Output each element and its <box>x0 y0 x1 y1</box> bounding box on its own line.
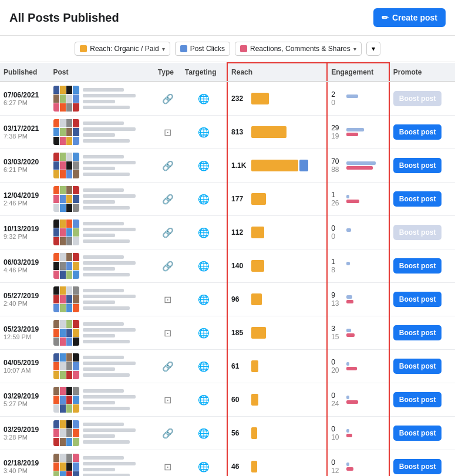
cell-promote[interactable]: Boost post <box>389 149 455 183</box>
engagement-bottom: 0 <box>331 232 344 241</box>
post-thumbnail <box>53 86 79 112</box>
published-time: 12:59 PM <box>4 333 46 340</box>
engagement-numbers: 0 10 <box>331 425 344 441</box>
post-thumbnail <box>53 186 79 212</box>
public-icon: 🌐 <box>198 462 210 472</box>
post-cell-inner <box>53 387 151 413</box>
reach-bar-organic <box>251 293 262 305</box>
post-thumbnail <box>53 387 79 413</box>
post-thumbnail <box>53 420 79 446</box>
reach-cell-inner: 1.1K <box>231 160 323 171</box>
cell-reach: 60 <box>227 383 327 417</box>
post-line <box>83 301 115 304</box>
post-line <box>83 267 115 271</box>
post-line <box>83 161 136 164</box>
post-line <box>83 362 136 365</box>
link-icon: 🔗 <box>162 362 174 372</box>
boost-post-button: Boost post <box>393 91 442 106</box>
table-row: 03/29/20195:27 PM⊡🌐 60 0 24 Boost post <box>0 383 455 417</box>
cell-promote[interactable]: Boost post <box>389 417 455 450</box>
reach-number: 1.1K <box>231 161 249 170</box>
album-icon: ⊡ <box>164 395 171 405</box>
reach-bar-wrap <box>251 93 269 104</box>
album-icon: ⊡ <box>164 462 171 472</box>
cell-engagement: 0 0 <box>327 216 389 249</box>
cell-type: ⊡ <box>154 450 181 477</box>
reach-filter-chip[interactable]: Reach: Organic / Paid ▾ <box>75 42 170 56</box>
engagement-bars <box>346 161 376 170</box>
cell-promote[interactable]: Boost post <box>389 82 455 116</box>
post-line <box>83 228 136 231</box>
cell-promote[interactable]: Boost post <box>389 116 455 149</box>
post-line <box>83 462 136 465</box>
reach-number: 61 <box>231 362 249 370</box>
cell-reach: 232 <box>227 82 327 116</box>
reach-cell-inner: 177 <box>231 193 323 205</box>
create-post-button[interactable]: Create post <box>373 8 446 27</box>
cell-promote[interactable]: Boost post <box>389 316 455 350</box>
post-line <box>83 206 130 210</box>
reactions-filter-chip[interactable]: Reactions, Comments & Shares ▾ <box>235 42 362 56</box>
boost-post-button[interactable]: Boost post <box>393 191 442 207</box>
cell-post <box>50 383 154 417</box>
cell-promote[interactable]: Boost post <box>389 249 455 283</box>
engagement-top: 0 <box>331 425 344 433</box>
post-cell-inner <box>53 286 151 312</box>
post-cell-inner <box>53 420 151 446</box>
cell-promote[interactable]: Boost post <box>389 450 455 477</box>
engagement-bars <box>346 396 358 404</box>
post-thumbnail <box>53 320 79 346</box>
cell-promote[interactable]: Boost post <box>389 183 455 216</box>
boost-post-button[interactable]: Boost post <box>393 359 442 374</box>
post-line <box>83 295 136 298</box>
post-cell-inner <box>53 153 151 178</box>
col-promote: Promote <box>389 63 455 82</box>
post-clicks-filter-chip[interactable]: Post Clicks <box>175 42 230 56</box>
cell-published: 03/29/20195:27 PM <box>0 383 50 417</box>
reach-bar-paid <box>299 160 308 171</box>
cell-engagement: 3 15 <box>327 316 389 350</box>
engagement-bar-clicks <box>346 128 364 131</box>
engagement-bottom: 24 <box>331 400 344 408</box>
boost-post-button[interactable]: Boost post <box>393 325 442 340</box>
boost-post-button[interactable]: Boost post <box>393 124 442 140</box>
post-line <box>83 173 130 176</box>
post-text-preview <box>83 456 151 476</box>
reach-number: 177 <box>231 195 249 203</box>
album-icon: ⊡ <box>164 127 171 137</box>
table-row: 10/13/20199:32 PM🔗🌐 112 0 0 Boost post <box>0 216 455 249</box>
post-line <box>83 468 115 471</box>
cell-published: 05/23/201912:59 PM <box>0 316 50 350</box>
engagement-bars <box>346 128 364 136</box>
engagement-numbers: 0 24 <box>331 391 344 408</box>
post-clicks-filter-label: Post Clicks <box>190 45 225 53</box>
engagement-top: 0 <box>331 391 344 400</box>
post-line <box>83 261 136 265</box>
boost-post-button[interactable]: Boost post <box>393 258 442 274</box>
reach-bar-wrap <box>251 360 258 372</box>
post-line <box>83 389 124 393</box>
cell-reach: 1.1K <box>227 149 327 183</box>
boost-post-button[interactable]: Boost post <box>393 392 442 407</box>
cell-engagement: 29 19 <box>327 116 389 149</box>
cell-promote[interactable]: Boost post <box>389 283 455 316</box>
boost-post-button[interactable]: Boost post <box>393 292 442 307</box>
cell-promote[interactable]: Boost post <box>389 383 455 417</box>
post-line <box>83 155 124 158</box>
cell-promote[interactable]: Boost post <box>389 216 455 249</box>
boost-post-button[interactable]: Boost post <box>393 426 442 441</box>
cell-type: ⊡ <box>154 316 181 350</box>
post-line <box>83 340 130 343</box>
boost-post-button[interactable]: Boost post <box>393 459 442 474</box>
boost-post-button[interactable]: Boost post <box>393 158 442 173</box>
engagement-bottom: 88 <box>331 166 344 174</box>
post-line <box>83 373 130 377</box>
table-row: 05/27/20192:40 PM⊡🌐 96 9 13 Boost post <box>0 283 455 316</box>
engagement-cell-inner: 3 15 <box>331 325 385 341</box>
post-thumbnail <box>53 454 79 476</box>
table-row: 07/06/20216:27 PM🔗🌐 232 2 0 Boost post <box>0 82 455 116</box>
post-text-preview <box>83 356 151 377</box>
cell-promote[interactable]: Boost post <box>389 350 455 383</box>
col-published: Published <box>0 63 50 82</box>
filter-more-button[interactable]: ▾ <box>366 42 380 56</box>
